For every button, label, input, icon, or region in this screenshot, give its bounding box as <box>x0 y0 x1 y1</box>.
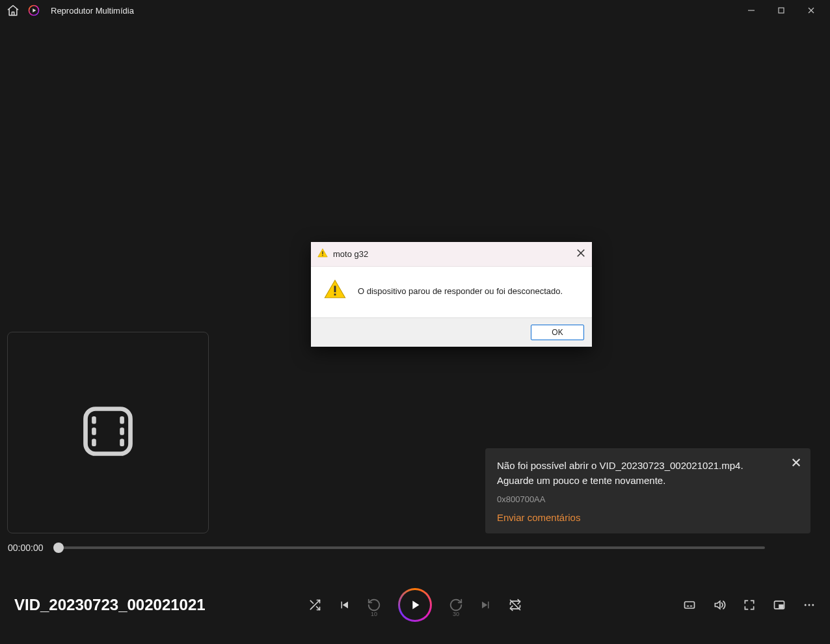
svg-rect-28 <box>334 293 336 295</box>
svg-rect-15 <box>685 602 695 608</box>
send-feedback-link[interactable]: Enviar comentários <box>497 512 779 523</box>
toast-error-code: 0x800700AA <box>497 494 779 504</box>
progress-row: 00:00:00 <box>8 543 765 553</box>
window-controls <box>736 0 826 21</box>
next-button[interactable] <box>480 599 492 611</box>
center-controls: 10 30 <box>308 588 522 622</box>
minimize-button[interactable] <box>736 0 766 21</box>
controls-bar: VID_20230723_002021021 10 30 <box>0 566 830 644</box>
titlebar: Reprodutor Multimídia <box>0 0 830 21</box>
app-logo-icon <box>27 4 40 17</box>
dialog-titlebar: moto g32 <box>311 242 592 267</box>
svg-rect-23 <box>322 251 323 254</box>
svg-rect-27 <box>334 286 336 292</box>
forward-button[interactable]: 30 <box>449 598 463 612</box>
play-button[interactable] <box>398 588 432 622</box>
svg-rect-19 <box>779 605 783 608</box>
svg-rect-8 <box>92 439 96 447</box>
close-button[interactable] <box>796 0 826 21</box>
error-dialog: moto g32 O dispositivo parou de responde… <box>311 242 592 347</box>
home-icon[interactable] <box>7 4 20 17</box>
svg-rect-10 <box>120 427 124 435</box>
film-icon <box>78 401 138 464</box>
current-time-label: 00:00:00 <box>8 543 47 553</box>
toast-close-button[interactable] <box>791 457 801 470</box>
play-icon <box>400 590 430 620</box>
dialog-close-button[interactable] <box>576 248 585 260</box>
more-button[interactable] <box>803 598 816 611</box>
forward-seconds-label: 30 <box>453 611 459 617</box>
mini-player-button[interactable] <box>773 598 786 611</box>
ok-button[interactable]: OK <box>531 325 584 340</box>
media-title: VID_20230723_002021021 <box>14 596 206 614</box>
svg-point-22 <box>812 604 814 606</box>
right-controls <box>683 598 816 611</box>
toast-message-line1: Não foi possível abrir o VID_20230723_00… <box>497 459 779 474</box>
seek-slider[interactable] <box>59 546 765 549</box>
dialog-title: moto g32 <box>333 249 368 259</box>
toast-message-line2: Aguarde um pouco e tente novamente. <box>497 474 779 489</box>
repeat-button[interactable] <box>509 598 522 611</box>
rewind-seconds-label: 10 <box>371 611 377 617</box>
dialog-message: O dispositivo parou de responder ou foi … <box>358 286 563 296</box>
shuffle-button[interactable] <box>308 598 321 611</box>
maximize-button[interactable] <box>766 0 796 21</box>
dialog-footer: OK <box>311 317 592 347</box>
app-title: Reprodutor Multimídia <box>51 6 134 16</box>
svg-point-21 <box>809 604 810 606</box>
subtitles-button[interactable] <box>683 598 696 611</box>
svg-rect-6 <box>92 416 96 424</box>
previous-button[interactable] <box>338 599 350 611</box>
svg-point-20 <box>805 604 807 606</box>
warning-icon <box>317 248 328 261</box>
svg-rect-2 <box>779 8 784 13</box>
svg-rect-7 <box>92 427 96 435</box>
error-toast: Não foi possível abrir o VID_20230723_00… <box>485 448 810 533</box>
dialog-body: O dispositivo parou de responder ou foi … <box>311 267 592 317</box>
seek-thumb[interactable] <box>53 543 64 553</box>
volume-button[interactable] <box>713 598 726 611</box>
svg-rect-24 <box>322 255 323 256</box>
fullscreen-button[interactable] <box>743 598 756 611</box>
rewind-button[interactable]: 10 <box>367 598 381 612</box>
media-thumbnail <box>7 332 209 533</box>
svg-rect-11 <box>120 439 124 447</box>
titlebar-left: Reprodutor Multimídia <box>7 4 134 17</box>
svg-rect-9 <box>120 416 124 424</box>
warning-icon <box>324 278 346 303</box>
